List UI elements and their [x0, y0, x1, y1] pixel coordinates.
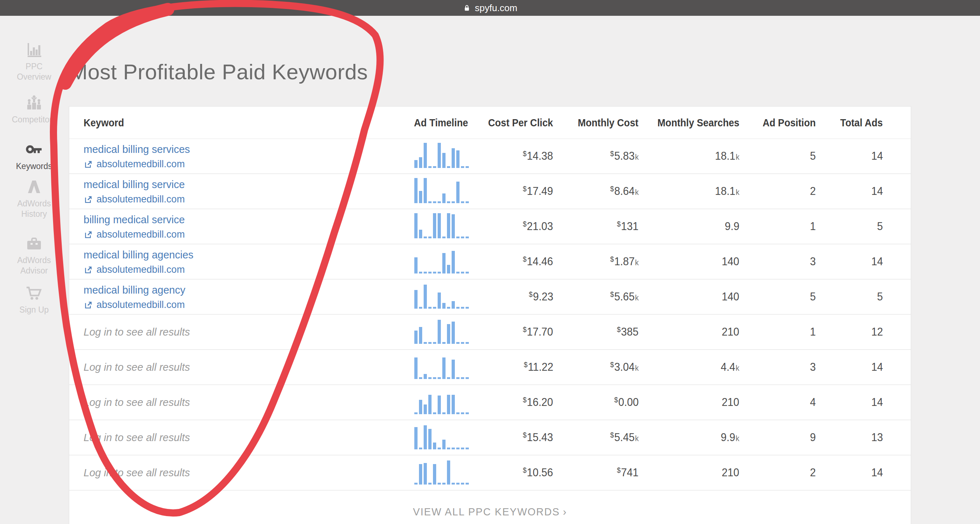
login-prompt[interactable]: Log in to see all results: [84, 397, 190, 408]
monthly-searches-value: 210: [722, 456, 739, 490]
browser-topbar: spyfu.com: [0, 0, 980, 16]
table-body: medical billing services absolutemedbill…: [69, 139, 911, 491]
keyword-cell: medical billing service absolutemedbill.…: [84, 179, 185, 205]
timeline-zero-dash: [433, 413, 436, 414]
timeline-zero-dash: [461, 272, 464, 274]
timeline-zero-dash: [456, 307, 460, 309]
table-footer: VIEW ALL PPC KEYWORDS›: [69, 491, 911, 524]
timeline-bar: [452, 301, 455, 309]
keyword-cell: medical billing agency absolutemedbill.c…: [84, 284, 185, 311]
timeline-bar: [414, 290, 418, 309]
domain-link[interactable]: absolutemedbill.com: [84, 194, 185, 205]
login-prompt[interactable]: Log in to see all results: [84, 432, 190, 444]
timeline-zero-dash: [433, 272, 436, 274]
timeline-zero-dash: [447, 201, 450, 203]
ad-timeline-chart: [414, 177, 470, 203]
timeline-zero-dash: [461, 342, 464, 344]
timeline-bar: [414, 427, 418, 449]
monthly-cost-value: $0.00: [614, 385, 638, 420]
total-ads-value: 5: [877, 209, 883, 244]
timeline-bar: [452, 322, 455, 344]
keyword-cell: Log in to see all results: [84, 350, 190, 384]
timeline-zero-dash: [428, 342, 431, 344]
timeline-zero-dash: [456, 272, 460, 274]
sidebar-item-adwords-history[interactable]: AdWordsHistory: [0, 178, 68, 219]
bar-chart-icon: [0, 41, 68, 60]
ad-position-value: 5: [810, 280, 816, 314]
timeline-zero-dash: [428, 237, 431, 238]
sidebar-item-adwords-advisor[interactable]: AdWordsAdvisor: [0, 235, 68, 276]
monthly-searches-value: 18.1k: [715, 174, 739, 209]
timeline-zero-dash: [433, 307, 436, 309]
column-header-monthly-cost: Monthly Cost: [578, 107, 638, 139]
timeline-bar: [428, 395, 431, 414]
ad-timeline-chart: [414, 424, 470, 449]
table-header-row: Keyword Ad Timeline Cost Per Click Month…: [69, 107, 911, 139]
timeline-zero-dash: [466, 413, 469, 414]
timeline-bar: [447, 395, 450, 414]
timeline-zero-dash: [466, 307, 469, 309]
total-ads-value: 14: [871, 350, 883, 384]
sidebar-item-ppc-overview[interactable]: PPCOverview: [0, 41, 68, 82]
timeline-zero-dash: [461, 413, 464, 414]
external-link-icon: [84, 230, 93, 239]
timeline-zero-dash: [466, 201, 469, 203]
domain-link[interactable]: absolutemedbill.com: [84, 264, 193, 275]
view-all-ppc-keywords-link[interactable]: VIEW ALL PPC KEYWORDS›: [413, 506, 567, 518]
sidebar-item-label: Sign Up: [0, 305, 68, 315]
sidebar-item-sign-up[interactable]: Sign Up: [0, 284, 68, 315]
timeline-zero-dash: [438, 483, 441, 484]
keyword-cell: Log in to see all results: [84, 315, 190, 349]
timeline-zero-dash: [433, 201, 436, 203]
keyword-link[interactable]: medical billing agencies: [84, 249, 193, 261]
keyword-link[interactable]: medical billing service: [84, 179, 185, 191]
currency-symbol: $: [610, 150, 614, 158]
keyword-link[interactable]: medical billing agency: [84, 284, 185, 296]
external-link-icon: [84, 265, 93, 275]
unit-suffix: k: [736, 153, 739, 161]
timeline-zero-dash: [456, 448, 460, 449]
timeline-bar: [424, 425, 427, 449]
login-prompt[interactable]: Log in to see all results: [84, 467, 190, 479]
sidebar-item-keywords[interactable]: Keywords: [0, 141, 68, 172]
domain-link[interactable]: absolutemedbill.com: [84, 159, 190, 170]
monthly-searches-value: 9.9k: [721, 420, 739, 455]
timeline-bar: [442, 253, 445, 274]
currency-symbol: $: [523, 150, 527, 158]
domain-link[interactable]: absolutemedbill.com: [84, 299, 185, 311]
keyword-link[interactable]: medical billing services: [84, 143, 190, 155]
timeline-bar: [452, 395, 455, 414]
monthly-cost-value: $5.45k: [610, 420, 638, 455]
sidebar-item-competitors[interactable]: Competitors: [0, 94, 68, 125]
timeline-zero-dash: [442, 237, 445, 238]
cart-icon: [0, 284, 68, 303]
timeline-bar: [442, 193, 445, 203]
domain-text: absolutemedbill.com: [97, 264, 185, 275]
timeline-zero-dash: [447, 166, 450, 168]
timeline-bar: [438, 293, 441, 309]
timeline-zero-dash: [419, 307, 422, 309]
login-prompt[interactable]: Log in to see all results: [84, 326, 190, 338]
timeline-zero-dash: [461, 483, 464, 484]
currency-symbol: $: [523, 185, 527, 193]
sidebar-item-label: AdWordsHistory: [0, 199, 68, 219]
table-row: billing medical service absolutemedbill.…: [69, 209, 911, 244]
timeline-bar: [414, 178, 418, 203]
keyword-cell: Log in to see all results: [84, 385, 190, 420]
sidebar-item-label: Competitors: [0, 115, 68, 125]
ad-timeline-chart: [414, 283, 470, 309]
monthly-cost-value: $741: [617, 456, 638, 490]
timeline-bar: [447, 324, 450, 344]
browser-address-bar[interactable]: spyfu.com: [463, 3, 518, 14]
ad-timeline-chart: [414, 248, 470, 274]
timeline-bar: [419, 191, 422, 203]
timeline-zero-dash: [466, 342, 469, 344]
external-link-icon: [84, 300, 93, 310]
keyword-link[interactable]: billing medical service: [84, 214, 185, 226]
timeline-zero-dash: [438, 377, 441, 379]
timeline-zero-dash: [447, 448, 450, 449]
login-prompt[interactable]: Log in to see all results: [84, 362, 190, 373]
ad-position-value: 9: [810, 420, 816, 455]
domain-link[interactable]: absolutemedbill.com: [84, 229, 185, 240]
monthly-cost-value: $385: [617, 315, 638, 349]
